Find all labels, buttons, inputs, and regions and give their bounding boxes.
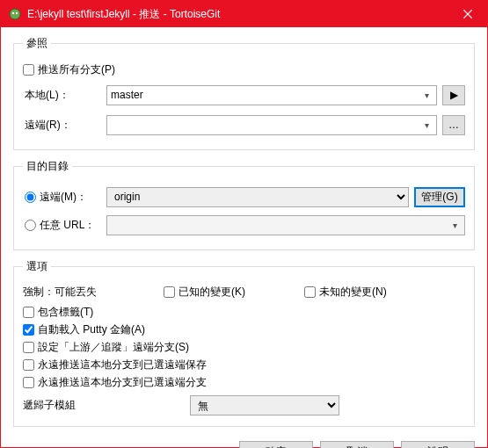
manage-button[interactable]: 管理(G) (414, 187, 465, 207)
local-label: 本地(L)： (23, 88, 106, 103)
local-browse-button[interactable]: ▶ (442, 85, 465, 105)
svg-point-1 (12, 12, 14, 14)
help-button[interactable]: 說明 (401, 441, 475, 448)
ok-button[interactable]: 確定 (239, 441, 313, 448)
unknown-changes-checkbox[interactable]: 未知的變更(N) (304, 285, 465, 300)
remote-select[interactable]: origin (106, 187, 409, 207)
set-upstream-checkbox[interactable]: 設定「上游／追蹤」遠端分支(S) (23, 340, 189, 355)
url-combo[interactable]: ▾ (106, 215, 465, 235)
options-group: 選項 強制：可能丟失 已知的變更(K) 未知的變更(N) 包含標籤(T) (13, 259, 475, 427)
always-push-branch-checkbox[interactable]: 永遠推送這本地分支到已選遠端分支 (23, 375, 207, 390)
destination-legend: 目的目錄 (23, 159, 72, 174)
remote-branch-combo[interactable]: ▾ (106, 115, 437, 135)
ref-group: 參照 推送所有分支(P) 本地(L)： master ▾ ▶ 遠端(R)： (13, 36, 475, 150)
known-changes-checkbox[interactable]: 已知的變更(K) (164, 285, 304, 300)
destination-group: 目的目錄 遠端(M)： origin 管理(G) 任意 URL： (13, 159, 475, 250)
remote-label: 遠端(R)： (23, 118, 106, 133)
app-icon (8, 7, 22, 21)
close-button[interactable] (448, 1, 487, 27)
force-label: 強制：可能丟失 (23, 285, 164, 300)
chevron-down-icon: ▾ (419, 118, 434, 133)
autoload-putty-checkbox[interactable]: 自動載入 Putty 金鑰(A) (23, 322, 145, 337)
window-title: E:\jekyll test\firstJekyll - 推送 - Tortoi… (27, 7, 448, 22)
ref-legend: 參照 (23, 36, 51, 51)
remote-browse-button[interactable]: … (442, 115, 465, 135)
local-branch-combo[interactable]: master ▾ (106, 85, 437, 105)
chevron-down-icon: ▾ (448, 218, 463, 233)
recurse-select[interactable]: 無 (190, 395, 339, 415)
chevron-down-icon: ▾ (419, 88, 434, 103)
push-all-branches-checkbox[interactable]: 推送所有分支(P) (23, 62, 115, 77)
options-legend: 選項 (23, 259, 51, 274)
titlebar: E:\jekyll test\firstJekyll - 推送 - Tortoi… (1, 1, 487, 27)
dialog-content: 參照 推送所有分支(P) 本地(L)： master ▾ ▶ 遠端(R)： (1, 27, 487, 448)
svg-point-2 (16, 12, 18, 14)
dialog-window: E:\jekyll test\firstJekyll - 推送 - Tortoi… (0, 0, 488, 448)
always-push-save-checkbox[interactable]: 永遠推送這本地分支到已選遠端保存 (23, 358, 207, 372)
remote-radio[interactable]: 遠端(M)： (23, 190, 106, 205)
dialog-buttons: 確定 取消 說明 (13, 436, 475, 448)
svg-point-0 (10, 9, 20, 19)
url-radio[interactable]: 任意 URL： (23, 218, 106, 233)
include-tags-checkbox[interactable]: 包含標籤(T) (23, 305, 93, 320)
cancel-button[interactable]: 取消 (320, 441, 394, 448)
recurse-label: 遞歸子模組 (23, 398, 190, 413)
